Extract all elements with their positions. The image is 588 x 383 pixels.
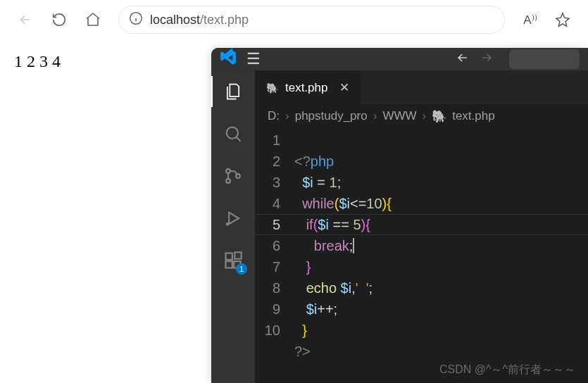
crumb-folder: phpstudy_pro	[295, 109, 368, 123]
php-file-icon: 🐘	[432, 109, 446, 124]
vscode-logo-icon	[220, 49, 238, 70]
activity-bar: 1	[211, 70, 255, 383]
vscode-window: ☰ 1 🐘 text.php ✕ D:	[211, 48, 588, 383]
svg-rect-11	[234, 252, 241, 258]
svg-rect-8	[226, 253, 232, 260]
close-icon[interactable]: ✕	[339, 80, 349, 95]
extensions-badge: 1	[236, 263, 247, 275]
svg-point-5	[226, 179, 230, 183]
url-text: localhost/text.php	[150, 13, 249, 27]
command-center[interactable]	[509, 49, 580, 69]
extensions-icon[interactable]: 1	[222, 249, 244, 272]
chevron-right-icon: ›	[285, 109, 289, 123]
refresh-button[interactable]	[45, 6, 73, 34]
svg-point-6	[236, 174, 240, 178]
tab-filename: text.php	[285, 81, 328, 95]
nav-back-icon[interactable]	[456, 51, 470, 68]
vscode-titlebar: ☰	[211, 48, 588, 70]
browser-toolbar: localhost/text.php A⁾⁾	[0, 0, 588, 39]
crumb-file: text.php	[452, 109, 495, 123]
svg-point-7	[227, 223, 228, 225]
address-bar[interactable]: localhost/text.php	[118, 6, 505, 34]
read-aloud-button[interactable]: A⁾⁾	[516, 6, 544, 34]
svg-point-3	[227, 127, 238, 139]
chevron-right-icon: ›	[423, 109, 427, 123]
favorite-button[interactable]	[549, 6, 577, 34]
crumb-folder: WWW	[382, 109, 416, 123]
source-control-icon[interactable]	[222, 165, 244, 187]
code-editor[interactable]: 12345678910 <?php $i = 1; while($i<=10){…	[255, 128, 588, 383]
site-info-icon[interactable]	[129, 11, 143, 28]
run-debug-icon[interactable]	[222, 207, 244, 230]
tab-bar: 🐘 text.php ✕	[255, 70, 588, 104]
home-button[interactable]	[79, 6, 107, 34]
line-gutter: 12345678910	[255, 130, 294, 383]
editor-tab[interactable]: 🐘 text.php ✕	[255, 70, 361, 104]
breadcrumbs[interactable]: D: › phpstudy_pro › WWW › 🐘 text.php	[255, 104, 588, 128]
watermark-text: CSDN @^～^前行者～～～	[439, 363, 575, 377]
explorer-icon[interactable]	[222, 80, 244, 103]
svg-rect-9	[226, 261, 232, 268]
code-content: <?php $i = 1; while($i<=10){ if($i == 5)…	[294, 130, 588, 383]
svg-point-4	[226, 169, 230, 173]
editor-area: 🐘 text.php ✕ D: › phpstudy_pro › WWW › 🐘…	[255, 70, 588, 383]
chevron-right-icon: ›	[373, 109, 377, 123]
back-button[interactable]	[11, 6, 39, 34]
php-file-icon: 🐘	[266, 82, 278, 94]
current-line-highlight	[255, 214, 588, 235]
text-cursor	[353, 238, 354, 253]
search-icon[interactable]	[222, 123, 244, 145]
nav-forward-icon[interactable]	[480, 51, 494, 68]
menu-button[interactable]: ☰	[246, 50, 261, 68]
crumb-drive: D:	[268, 109, 280, 123]
